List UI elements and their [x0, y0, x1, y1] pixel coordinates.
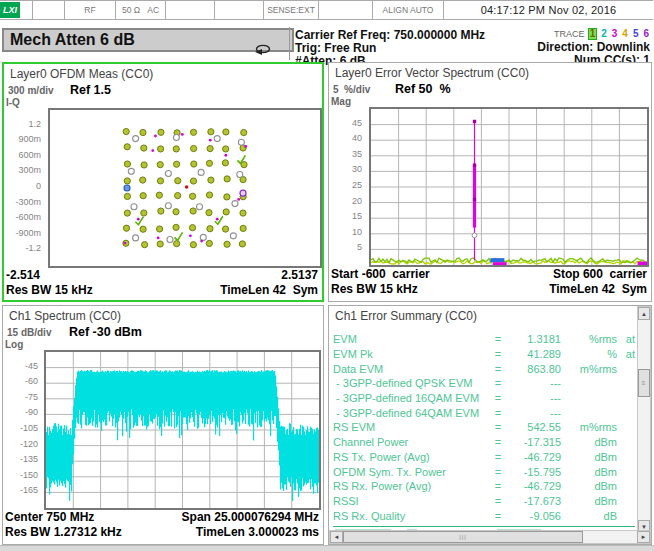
summary-row: - 3GPP-defined QPSK EVM=---	[333, 376, 635, 391]
header-right-block: TRACE 123456 Direction: Downlink Num CC(…	[537, 28, 650, 66]
status-cell	[33, 1, 65, 19]
summary-su: m%rms	[561, 363, 617, 375]
y-axis-ticks: 45403530252015105	[329, 107, 365, 267]
tick-label: 900m	[18, 134, 41, 144]
tick-label: -165	[20, 485, 38, 495]
h-scroll-thumb[interactable]: |||	[343, 531, 583, 543]
y-axis-ticks: -45-60-75-90-105-120-135-150-165	[3, 350, 41, 510]
trace-number-2[interactable]: 2	[600, 29, 608, 39]
scale-per-div-label: 300 m/div	[8, 85, 54, 96]
status-cell: ALIGN AUTO	[373, 1, 444, 19]
ref-level-label: Ref 1.5	[70, 83, 111, 97]
status-cell	[166, 1, 215, 19]
tick-label: -900m	[15, 228, 41, 238]
summary-sv: ---	[505, 407, 561, 419]
center-freq-label: Center 750 MHz	[5, 510, 94, 524]
summary-sv: -46.729	[505, 480, 561, 492]
trace-number-6[interactable]: 6	[642, 29, 650, 39]
panel-title: Layer0 OFDM Meas (CC0)	[10, 67, 153, 81]
summary-sl: - 3GPP-defined 16QAM EVM	[333, 392, 491, 404]
summary-sv: -17.673	[505, 495, 561, 507]
summary-sl: RS Tx. Power (Avg)	[333, 451, 491, 463]
status-cell	[319, 1, 373, 19]
summary-row: RS Rx. Quality=-9.056dB	[333, 508, 635, 523]
summary-se: =	[491, 510, 505, 522]
bottom-strip	[0, 545, 654, 551]
summary-sv: ---	[505, 377, 561, 389]
summary-sv: -9.056	[505, 510, 561, 522]
tick-label: 30	[352, 164, 362, 174]
summary-row: EVM=1.3181%rmsat	[333, 332, 635, 347]
tick-label: 15	[352, 211, 362, 221]
lxi-cell: LXI	[0, 1, 33, 19]
ref-level-label: Ref 50 %	[395, 82, 451, 96]
h-scrollbar[interactable]: ◄ ||| ►	[329, 530, 651, 544]
x-stop-label: Stop 600 carrier	[553, 267, 647, 281]
summary-sl: - 3GPP-defined QPSK EVM	[333, 377, 491, 389]
trace-number-4[interactable]: 4	[621, 29, 629, 39]
scroll-left-button[interactable]: ◄	[330, 531, 343, 543]
axis-format-label: Log	[5, 339, 23, 350]
summary-su: %rms	[561, 333, 617, 345]
summary-sv: -15.795	[505, 466, 561, 478]
axis-format-label: Mag	[331, 96, 351, 107]
panel-ofdm-meas[interactable]: Layer0 OFDM Meas (CC0) 300 m/div Ref 1.5…	[2, 62, 324, 302]
panel-ch1-spectrum[interactable]: Ch1 Spectrum (CC0) 15 dB/div Ref -30 dBm…	[2, 305, 324, 545]
summary-sl: RSSI	[333, 495, 491, 507]
trace-number-3[interactable]: 3	[611, 29, 619, 39]
tick-label: 1.2	[28, 119, 41, 129]
panel-error-summary[interactable]: Ch1 Error Summary (CC0) EVM=1.3181%rmsat…	[328, 305, 652, 545]
tick-label: 0	[36, 181, 41, 191]
panel-title: Layer0 Error Vector Spectrum (CC0)	[335, 66, 529, 80]
tick-label: -45	[25, 361, 38, 371]
panel-title: Ch1 Error Summary (CC0)	[335, 309, 477, 323]
status-cell: RF	[65, 1, 116, 19]
summary-row: EVM Pk=41.289%at	[333, 347, 635, 362]
summary-se: =	[491, 436, 505, 448]
scroll-right-button[interactable]: ►	[637, 531, 650, 543]
summary-sl: Data EVM	[333, 363, 491, 375]
summary-se: =	[491, 392, 505, 404]
panel-error-vector-spectrum[interactable]: Layer0 Error Vector Spectrum (CC0) 5 %/d…	[328, 62, 652, 302]
summary-se: =	[491, 480, 505, 492]
v-scrollbar[interactable]: ▲ ≡ ▼	[637, 306, 651, 534]
summary-su: dBm	[561, 466, 617, 478]
summary-se: =	[491, 407, 505, 419]
spectrum-plot	[44, 350, 321, 510]
tick-label: -60	[25, 376, 38, 386]
res-bw-label: Res BW 15 kHz	[6, 283, 93, 297]
tick-label: 45	[352, 118, 362, 128]
summary-su: %	[561, 348, 617, 360]
direction-status: Direction: Downlink	[537, 40, 650, 53]
header-divider	[289, 27, 290, 60]
summary-sl: RS Rx. Quality	[333, 510, 491, 522]
summary-row: - 3GPP-defined 64QAM EVM=---	[333, 405, 635, 420]
summary-su: dBm	[561, 436, 617, 448]
summary-se: =	[491, 451, 505, 463]
summary-su: dBm	[561, 495, 617, 507]
summary-sx: at	[617, 333, 635, 345]
res-bw-label: Res BW 1.27312 kHz	[5, 525, 122, 539]
y-axis-ticks: 1.2900m600m300m0-300m-600m-900m-1.2	[4, 108, 44, 268]
x-max-label: 2.5137	[281, 268, 318, 282]
tick-label: 10	[352, 227, 362, 237]
summary-sl: RS Rx. Power (Avg)	[333, 480, 491, 492]
axis-format-label: I-Q	[6, 97, 20, 108]
tick-label: 5	[357, 242, 362, 252]
tick-label: 300m	[18, 165, 41, 175]
constellation-plot	[48, 108, 322, 268]
v-scroll-thumb[interactable]: ≡	[638, 369, 650, 397]
trace-number-5[interactable]: 5	[632, 29, 640, 39]
error-summary-table: EVM=1.3181%rmsatEVM Pk=41.289%atData EVM…	[333, 332, 635, 523]
tick-label: 35	[352, 149, 362, 159]
res-bw-label: Res BW 15 kHz	[331, 282, 418, 296]
timelen-label: TimeLen 3.000023 ms	[196, 525, 319, 539]
summary-sl: EVM Pk	[333, 348, 491, 360]
ref-level-label: Ref -30 dBm	[69, 325, 142, 339]
trace-number-1[interactable]: 1	[588, 28, 598, 40]
scroll-up-button[interactable]: ▲	[638, 307, 650, 320]
status-cell: SENSE:EXT	[264, 1, 319, 19]
lxi-badge: LXI	[0, 2, 20, 18]
summary-sv: -46.729	[505, 451, 561, 463]
tick-label: 40	[352, 133, 362, 143]
